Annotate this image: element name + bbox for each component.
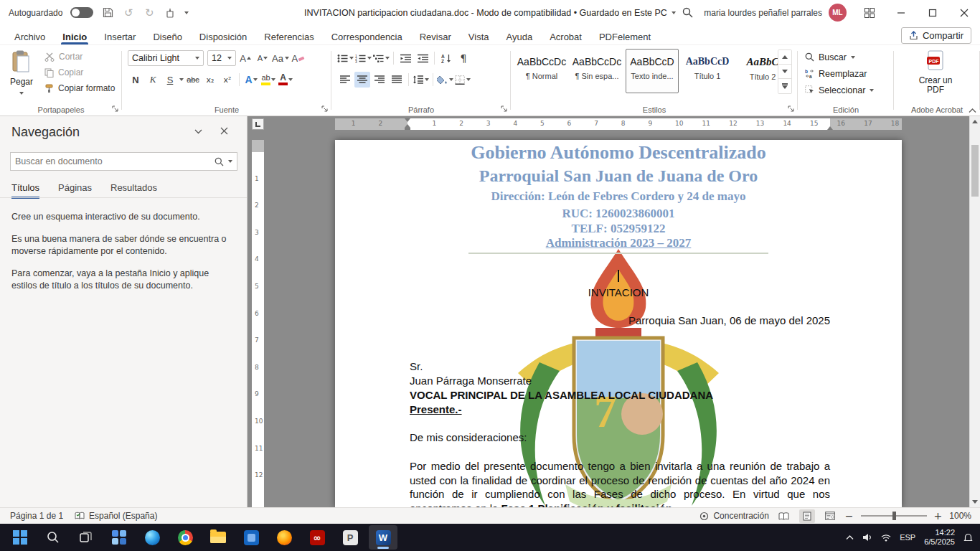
italic-button[interactable]: K	[145, 72, 161, 88]
clear-formatting-button[interactable]: A	[291, 50, 306, 66]
document-page[interactable]: 7 Gobierno Autónomo Descentralizado Parr…	[335, 140, 902, 507]
page-count-status[interactable]: Página 1 de 1	[10, 511, 63, 521]
align-center-button[interactable]	[354, 72, 370, 88]
font-color-button[interactable]: A	[278, 72, 293, 88]
nav-tab-resultados[interactable]: Resultados	[110, 182, 157, 199]
tab-inicio[interactable]: Inicio	[54, 25, 95, 44]
volume-icon[interactable]	[862, 533, 872, 542]
bullets-button[interactable]	[337, 50, 354, 66]
tab-diseno[interactable]: Diseño	[144, 25, 190, 44]
collapse-ribbon-icon[interactable]	[969, 108, 976, 113]
zoom-slider[interactable]	[861, 515, 927, 517]
tab-disposicion[interactable]: Disposición	[191, 25, 255, 44]
decrease-indent-button[interactable]	[397, 50, 413, 66]
multilevel-list-button[interactable]	[373, 50, 390, 66]
search-icon[interactable]	[681, 6, 694, 19]
strikethrough-button[interactable]: abc	[185, 72, 201, 88]
align-left-button[interactable]	[337, 72, 353, 88]
subscript-button[interactable]: x₂	[202, 72, 218, 88]
style-no-spacing[interactable]: AaBbCcDc¶ Sin espa...	[570, 49, 623, 93]
font-family-select[interactable]: Calibri Light	[128, 50, 204, 66]
zoom-out-button[interactable]: −	[845, 510, 854, 522]
sort-button[interactable]: AZ	[438, 50, 454, 66]
close-button[interactable]	[948, 0, 980, 25]
keyboard-language[interactable]: ESP	[900, 533, 915, 542]
borders-button[interactable]	[455, 72, 471, 88]
document-title[interactable]: INVITACION participacion ciudadana.doc -…	[304, 0, 676, 25]
clipboard-dialog-launcher[interactable]	[112, 105, 119, 113]
justify-button[interactable]	[389, 72, 405, 88]
tab-archivo[interactable]: Archivo	[6, 25, 54, 44]
pinned-app-icon[interactable]	[237, 525, 265, 550]
align-right-button[interactable]	[372, 72, 387, 88]
save-icon[interactable]	[101, 6, 114, 19]
tab-correspondencia[interactable]: Correspondencia	[323, 25, 411, 44]
firefox-icon[interactable]	[270, 525, 298, 550]
styles-scroll-up-icon[interactable]	[778, 50, 791, 65]
paste-button[interactable]: Pegar	[4, 50, 39, 97]
language-status[interactable]: Español (España)	[75, 511, 157, 521]
minimize-button[interactable]	[885, 0, 917, 25]
navigation-search-icon[interactable]	[215, 157, 224, 166]
style-heading-1[interactable]: AaBbCcDTítulo 1	[681, 49, 734, 93]
nav-tab-titulos[interactable]: Títulos	[11, 182, 39, 199]
show-formatting-marks-button[interactable]: ¶	[456, 50, 471, 66]
acrobat-icon[interactable]: ∞	[303, 525, 331, 550]
notifications-icon[interactable]	[963, 533, 973, 542]
file-explorer-icon[interactable]	[204, 525, 232, 550]
shrink-font-button[interactable]: A	[255, 50, 270, 66]
font-size-select[interactable]: 12	[207, 50, 236, 66]
ribbon-display-options-icon[interactable]	[854, 0, 885, 25]
zoom-level[interactable]: 100%	[949, 511, 971, 521]
zoom-slider-thumb[interactable]	[892, 512, 896, 520]
style-normal[interactable]: AaBbCcDc¶ Normal	[515, 49, 568, 93]
scroll-up-icon[interactable]	[970, 116, 980, 127]
style-body-text[interactable]: AaBbCcDTexto inde...	[626, 49, 679, 93]
underline-caret-icon[interactable]	[179, 78, 184, 81]
tab-insertar[interactable]: Insertar	[95, 25, 144, 44]
tab-stop-selector[interactable]	[252, 118, 264, 130]
navigation-close-icon[interactable]	[220, 127, 228, 135]
account-button[interactable]: maria lourdes peñafiel parrales ML	[704, 4, 847, 22]
quick-access-caret-icon[interactable]	[184, 11, 189, 14]
create-pdf-button[interactable]: PDF Crear un PDF	[913, 50, 958, 95]
read-mode-button[interactable]	[776, 509, 792, 523]
pdfelement-icon[interactable]: P	[336, 525, 364, 550]
print-layout-button[interactable]	[799, 509, 815, 523]
tab-referencias[interactable]: Referencias	[255, 25, 322, 44]
select-button[interactable]: Seleccionar	[805, 83, 874, 98]
widgets-icon[interactable]	[105, 525, 133, 550]
replace-button[interactable]: ba Reemplazar	[805, 66, 874, 81]
maximize-button[interactable]	[917, 0, 948, 25]
bold-button[interactable]: N	[128, 72, 143, 88]
tab-pdfelement[interactable]: PDFelement	[590, 25, 659, 44]
styles-scroll-down-icon[interactable]	[778, 65, 791, 79]
tab-acrobat[interactable]: Acrobat	[541, 25, 590, 44]
edge-icon[interactable]	[138, 525, 166, 550]
scroll-down-icon[interactable]	[970, 496, 980, 507]
chrome-icon[interactable]	[171, 525, 199, 550]
task-view-icon[interactable]	[72, 525, 100, 550]
find-button[interactable]: Buscar	[805, 50, 874, 65]
nav-tab-paginas[interactable]: Páginas	[58, 182, 92, 199]
navigation-search-caret-icon[interactable]	[228, 160, 232, 163]
highlight-color-button[interactable]: ab	[260, 72, 276, 88]
line-spacing-button[interactable]	[413, 72, 429, 88]
tab-vista[interactable]: Vista	[460, 25, 498, 44]
autosave-toggle[interactable]	[70, 7, 93, 18]
underline-button[interactable]: S	[162, 72, 178, 88]
navigation-search-input[interactable]	[15, 156, 215, 166]
text-effects-button[interactable]: A	[243, 72, 259, 88]
copy-button[interactable]: Copiar	[44, 67, 83, 77]
taskbar-search-icon[interactable]	[39, 525, 67, 550]
tab-revisar[interactable]: Revisar	[411, 25, 460, 44]
font-dialog-launcher[interactable]	[321, 105, 329, 113]
numbering-button[interactable]: 123	[355, 50, 372, 66]
change-case-button[interactable]: Aa	[272, 50, 289, 66]
focus-mode-button[interactable]: Concentración	[699, 511, 768, 521]
start-button[interactable]	[6, 525, 34, 550]
right-indent-marker[interactable]	[827, 126, 833, 130]
navigation-options-chevron-icon[interactable]	[194, 129, 202, 134]
word-icon[interactable]: W	[369, 525, 397, 550]
styles-gallery-more-icon[interactable]	[778, 79, 791, 93]
